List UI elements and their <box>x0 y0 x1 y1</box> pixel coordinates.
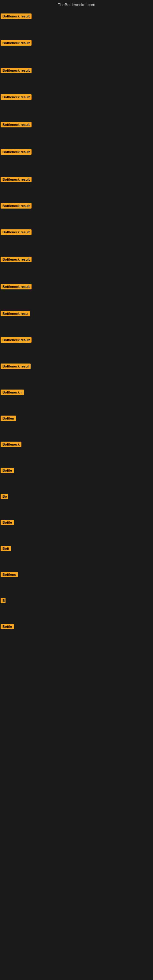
bottleneck-badge: Bottleneck result <box>1 40 32 46</box>
bottleneck-badge: Bottle <box>1 468 14 473</box>
bottleneck-badge: Bottleneck result <box>1 13 32 19</box>
bottleneck-badge: Bottleneck result <box>1 203 32 208</box>
bottleneck-badge: Bottleneck <box>1 442 21 447</box>
bottleneck-badge: Bottleneck result <box>1 122 32 127</box>
bottleneck-badge: Bottlen <box>1 415 16 421</box>
bottleneck-badge: Bott <box>1 546 11 551</box>
bottleneck-badge: Bottle <box>1 624 14 629</box>
bottleneck-badge: Bottleneck result <box>1 337 32 343</box>
bottleneck-badge: Bottleneck result <box>1 284 32 290</box>
bottleneck-badge: Bottleneck result <box>1 257 32 262</box>
bottleneck-badge: Bottleneck result <box>1 149 32 155</box>
bottleneck-badge: Bo <box>1 494 8 499</box>
site-header: TheBottlenecker.com <box>0 0 153 8</box>
bottleneck-badge: Bottleneck resul <box>1 364 30 369</box>
bottleneck-badge: Bottleneck result <box>1 229 32 235</box>
bottleneck-badge: Bottleneck result <box>1 68 32 73</box>
bottleneck-badge: Bottle <box>1 520 14 525</box>
bottleneck-badge: Bottleneck result <box>1 94 32 100</box>
bottleneck-badge: Bottleneck result <box>1 177 32 182</box>
bottleneck-badge: Bottleneck r <box>1 390 24 395</box>
bottleneck-badge: Bottlens <box>1 572 18 577</box>
bottleneck-badge: B <box>1 598 5 603</box>
bottleneck-badge: Bottleneck resu <box>1 311 30 317</box>
